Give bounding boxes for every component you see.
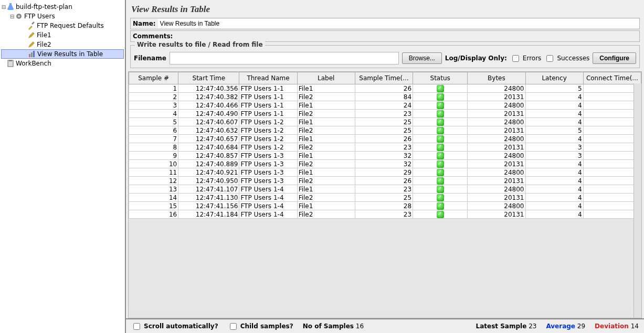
table-row[interactable]: 1212:47:40.950FTP Users 1-3File226201314… <box>129 177 641 185</box>
table-row[interactable]: 1012:47:40.889FTP Users 1-3File232201314… <box>129 160 641 168</box>
table-cell: 3 <box>525 152 583 160</box>
table-cell: 24800 <box>468 101 525 110</box>
table-cell: 0 <box>583 118 641 126</box>
table-cell: 20131 <box>468 126 525 135</box>
table-cell: 0 <box>583 101 641 110</box>
table-cell <box>413 152 468 160</box>
errors-checkbox[interactable]: Errors <box>510 53 542 63</box>
table-cell: 5 <box>525 126 583 135</box>
clipboard-icon <box>6 59 15 68</box>
table-row[interactable]: 212:47:40.382FTP Users 1-1File2842013140 <box>129 93 641 101</box>
table-cell: FTP Users 1-2 <box>239 135 297 143</box>
table-row[interactable]: 512:47:40.607FTP Users 1-2File1252480040 <box>129 118 641 126</box>
table-cell: 2 <box>129 93 178 101</box>
tree-item-ftp-request-defaults[interactable]: FTP Request Defaults <box>1 21 124 30</box>
table-cell: 24800 <box>468 135 525 143</box>
table-cell: File2 <box>297 177 355 185</box>
filename-label: Filename <box>134 55 166 62</box>
status-ok-icon <box>437 194 444 201</box>
table-row[interactable]: 1412:47:41.130FTP Users 1-4File225201314… <box>129 194 641 202</box>
table-cell: 23 <box>355 210 413 219</box>
child-samples-label: Child samples? <box>240 323 293 330</box>
tree-item-file2[interactable]: File2 <box>1 40 124 49</box>
column-header[interactable]: Thread Name <box>239 72 297 84</box>
vertical-scrollbar[interactable] <box>634 83 641 318</box>
column-header[interactable]: Sample Time(... <box>355 72 413 84</box>
table-cell: File2 <box>297 143 355 152</box>
table-cell: File1 <box>297 202 355 210</box>
tree-toggle-icon[interactable]: ⊟ <box>1 4 6 10</box>
table-cell: 24800 <box>468 118 525 126</box>
table-cell: 32 <box>355 152 413 160</box>
child-samples-checkbox[interactable]: Child samples? <box>228 321 293 331</box>
table-cell: 4 <box>525 194 583 202</box>
table-cell <box>413 135 468 143</box>
column-header[interactable]: Connect Time(... <box>583 72 641 84</box>
column-header[interactable]: Bytes <box>468 72 525 84</box>
table-row[interactable]: 712:47:40.657FTP Users 1-2File1262480040 <box>129 135 641 143</box>
name-label: Name: <box>131 20 158 27</box>
column-header[interactable]: Status <box>413 72 468 84</box>
comments-row: Comments: <box>130 30 640 42</box>
table-cell: FTP Users 1-3 <box>239 168 297 177</box>
scroll-auto-checkbox[interactable]: Scroll automatically? <box>131 321 218 331</box>
table-cell: FTP Users 1-2 <box>239 143 297 152</box>
table-cell: 12 <box>129 177 178 185</box>
table-cell: FTP Users 1-3 <box>239 160 297 168</box>
table-cell: 4 <box>525 202 583 210</box>
table-cell: 26 <box>355 84 413 93</box>
tree-item-ftp-users[interactable]: ⊟FTP Users <box>1 12 124 21</box>
column-header[interactable]: Sample # <box>129 72 178 84</box>
filename-input[interactable] <box>170 52 399 65</box>
tree-item-view-results-in-table[interactable]: View Results in Table <box>1 49 124 59</box>
table-cell: 12:47:40.607 <box>178 118 239 126</box>
table-cell <box>413 210 468 219</box>
successes-checkbox[interactable]: Successes <box>544 53 589 63</box>
table-row[interactable]: 412:47:40.490FTP Users 1-1File2232013140 <box>129 110 641 118</box>
table-cell: 12:47:41.184 <box>178 210 239 219</box>
browse-button[interactable]: Browse... <box>402 52 442 64</box>
tree-item-build-ftp-test-plan[interactable]: ⊟build-ftp-test-plan <box>1 2 124 12</box>
latest-sample: Latest Sample 23 <box>476 323 537 330</box>
comments-input[interactable] <box>175 31 639 41</box>
table-row[interactable]: 912:47:40.857FTP Users 1-3File1322480030 <box>129 152 641 160</box>
table-row[interactable]: 812:47:40.684FTP Users 1-2File2232013130 <box>129 143 641 152</box>
tree-item-label: FTP Users <box>24 13 55 20</box>
table-row[interactable]: 1512:47:41.156FTP Users 1-4File128248004… <box>129 202 641 210</box>
table-cell: 0 <box>583 177 641 185</box>
tree-item-workbench[interactable]: WorkBench <box>1 59 124 68</box>
table-cell <box>413 84 468 93</box>
table-cell: File2 <box>297 160 355 168</box>
column-header[interactable]: Start Time <box>178 72 239 84</box>
svg-rect-4 <box>33 51 35 57</box>
table-cell: File2 <box>297 194 355 202</box>
status-ok-icon <box>437 110 444 117</box>
table-cell: 12:47:40.356 <box>178 84 239 93</box>
table-cell: 12:47:40.490 <box>178 110 239 118</box>
table-cell: 15 <box>129 202 178 210</box>
name-input[interactable] <box>158 19 639 28</box>
column-header[interactable]: Label <box>297 72 355 84</box>
status-ok-icon <box>437 186 444 193</box>
table-row[interactable]: 312:47:40.466FTP Users 1-1File1242480040 <box>129 101 641 110</box>
tree-toggle-icon[interactable]: ⊟ <box>9 14 15 19</box>
table-cell: 29 <box>355 168 413 177</box>
table-row[interactable]: 112:47:40.356FTP Users 1-1File1262480050 <box>129 84 641 93</box>
average: Average 29 <box>546 323 585 330</box>
no-samples: No of Samples 16 <box>303 323 364 330</box>
table-row[interactable]: 1312:47:41.107FTP Users 1-4File123248004… <box>129 185 641 194</box>
results-table[interactable]: Sample #Start TimeThread NameLabelSample… <box>129 72 641 219</box>
table-cell <box>413 202 468 210</box>
table-row[interactable]: 612:47:40.632FTP Users 1-2File2252013150 <box>129 126 641 135</box>
table-cell: File1 <box>297 152 355 160</box>
tree-item-file1[interactable]: File1 <box>1 30 124 40</box>
table-cell: 0 <box>583 168 641 177</box>
table-row[interactable]: 1612:47:41.184FTP Users 1-4File223201314… <box>129 210 641 219</box>
configure-button[interactable]: Configure <box>593 52 636 64</box>
table-cell: 12:47:41.130 <box>178 194 239 202</box>
table-cell: 20131 <box>468 177 525 185</box>
table-cell: FTP Users 1-1 <box>239 110 297 118</box>
gear-icon <box>15 12 23 20</box>
column-header[interactable]: Latency <box>525 72 583 84</box>
table-row[interactable]: 1112:47:40.921FTP Users 1-3File129248004… <box>129 168 641 177</box>
